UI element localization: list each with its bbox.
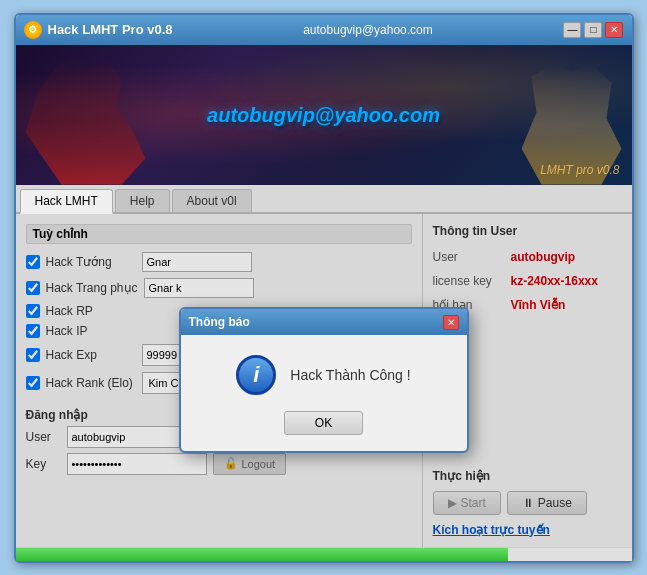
close-button[interactable]: ✕ <box>605 22 623 38</box>
banner-email: autobugvip@yahoo.com <box>207 103 440 126</box>
banner: autobugvip@yahoo.com LMHT pro v0.8 <box>16 45 632 185</box>
character-left <box>26 55 146 185</box>
app-icon: ⚙ <box>24 21 42 39</box>
dialog-overlay: Thông báo ✕ i Hack Thành Công ! OK <box>16 214 632 547</box>
title-bar-center: autobugvip@yahoo.com <box>303 23 433 37</box>
progress-bar-container <box>16 547 632 561</box>
title-bar: ⚙ Hack LMHT Pro v0.8 autobugvip@yahoo.co… <box>16 15 632 45</box>
window-title: Hack LMHT Pro v0.8 <box>48 22 173 37</box>
main-window: ⚙ Hack LMHT Pro v0.8 autobugvip@yahoo.co… <box>14 13 634 563</box>
content-area: Tuỳ chỉnh Hack Tướng Hack Trang phục Hac… <box>16 214 632 547</box>
tab-bar: Hack LMHT Help About v0l <box>16 185 632 214</box>
progress-bar-fill <box>16 548 509 561</box>
maximize-button[interactable]: □ <box>584 22 602 38</box>
dialog-close-button[interactable]: ✕ <box>443 315 459 330</box>
info-icon: i <box>236 355 276 395</box>
title-bar-buttons: — □ ✕ <box>563 22 623 38</box>
tab-hack-lmht[interactable]: Hack LMHT <box>20 189 113 214</box>
dialog-title: Thông báo <box>189 315 250 329</box>
tab-help[interactable]: Help <box>115 189 170 212</box>
dialog: Thông báo ✕ i Hack Thành Công ! OK <box>179 307 469 453</box>
dialog-title-bar: Thông báo ✕ <box>181 309 467 335</box>
minimize-button[interactable]: — <box>563 22 581 38</box>
title-bar-left: ⚙ Hack LMHT Pro v0.8 <box>24 21 173 39</box>
dialog-message: Hack Thành Công ! <box>290 367 410 383</box>
dialog-body: i Hack Thành Công ! OK <box>181 335 467 451</box>
dialog-ok-button[interactable]: OK <box>284 411 363 435</box>
tab-about[interactable]: About v0l <box>172 189 252 212</box>
dialog-content: i Hack Thành Công ! <box>236 355 410 395</box>
banner-watermark: LMHT pro v0.8 <box>540 163 619 177</box>
